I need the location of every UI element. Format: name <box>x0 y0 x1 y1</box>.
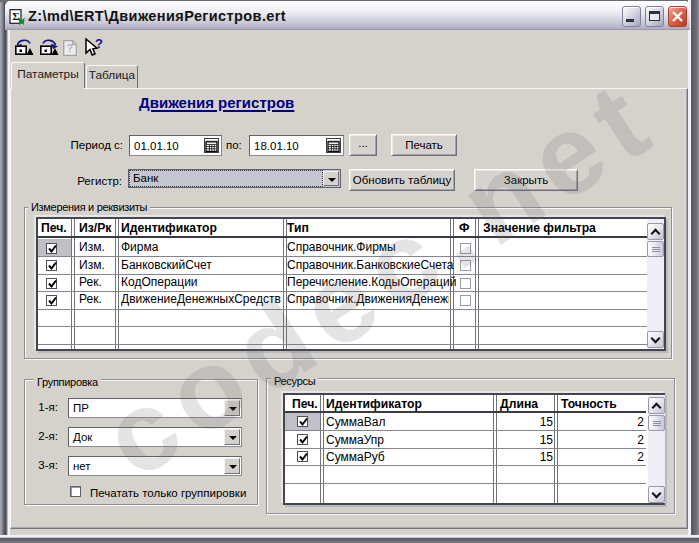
svg-text:?: ? <box>66 42 73 54</box>
svg-text:?: ? <box>95 38 103 51</box>
svg-text:Σ: Σ <box>12 10 19 22</box>
